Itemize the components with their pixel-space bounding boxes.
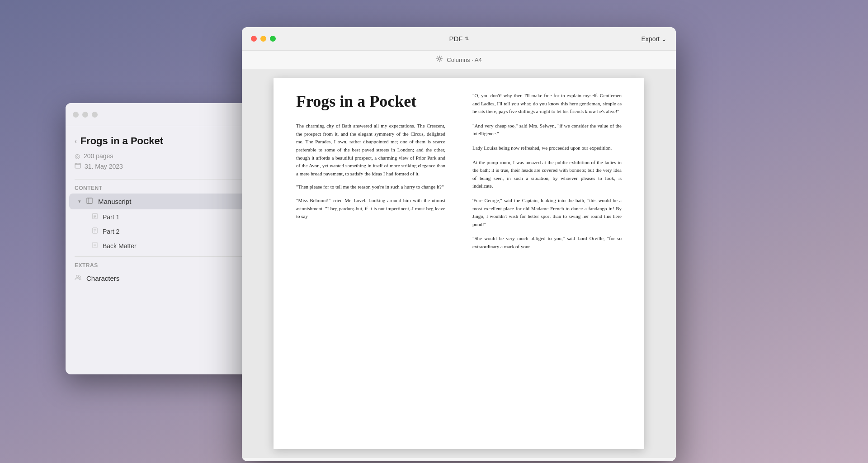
- pdf-right-paragraph-3: Lady Louisa being now refreshed, we proc…: [472, 144, 622, 152]
- pdf-format-arrows[interactable]: ⇅: [465, 36, 469, 42]
- svg-point-21: [439, 58, 441, 60]
- pdf-format-label: PDF: [449, 35, 463, 43]
- pdf-maximize-button[interactable]: [270, 36, 276, 42]
- doc-icon-3: [92, 242, 98, 250]
- book-icon: [85, 197, 94, 206]
- window-maximize-button[interactable]: [92, 112, 98, 118]
- doc-icon-1: [92, 213, 98, 221]
- pdf-close-button[interactable]: [251, 36, 257, 42]
- settings-icon[interactable]: [436, 55, 443, 64]
- manuscript-label: Manuscript: [98, 198, 131, 205]
- pdf-body-left: The charming city of Bath answered all m…: [296, 122, 445, 221]
- pdf-body-right: "O, you don't! why then I'll make free f…: [472, 92, 622, 251]
- pdf-minimize-button[interactable]: [260, 36, 266, 42]
- part1-label: Part 1: [103, 213, 119, 221]
- pdf-content-area: Frogs in a Pocket The charming city of B…: [242, 69, 676, 458]
- window-minimize-button[interactable]: [82, 112, 88, 118]
- back-chevron-icon: ‹: [75, 137, 77, 145]
- pdf-right-paragraph-4: At the pump-room, I was amazed at the pu…: [472, 159, 622, 190]
- export-label: Export: [642, 35, 660, 43]
- pdf-paragraph-2: "Then please for to tell me the reason y…: [296, 183, 445, 191]
- pdf-paragraph-1: The charming city of Bath answered all m…: [296, 122, 445, 178]
- pdf-title: PDF ⇅: [449, 35, 469, 43]
- pdf-right-paragraph-1: "O, you don't! why then I'll make free f…: [472, 92, 622, 116]
- svg-point-19: [76, 275, 79, 278]
- project-date: 31. May 2023: [85, 163, 123, 170]
- svg-rect-2: [75, 163, 80, 168]
- pdf-right-paragraph-5: 'Fore George," said the Captain, looking…: [472, 197, 622, 228]
- pdf-right-paragraph-6: "She would be very much obliged to you,"…: [472, 235, 622, 250]
- characters-icon: [75, 274, 82, 283]
- pdf-toolbar: Columns · A4: [242, 51, 676, 69]
- pdf-page: Frogs in a Pocket The charming city of B…: [274, 78, 644, 449]
- project-title: Frogs in a Pocket: [80, 135, 163, 147]
- pdf-column-right: "O, you don't! why then I'll make free f…: [459, 78, 644, 449]
- pdf-column-left: Frogs in a Pocket The charming city of B…: [274, 78, 459, 449]
- expand-icon: ▾: [78, 198, 81, 204]
- pdf-paragraph-3: "Miss Belmont!" cried Mr. Lovel. Looking…: [296, 197, 445, 221]
- target-icon: ◎: [75, 152, 80, 160]
- calendar-icon: [75, 162, 81, 170]
- pdf-titlebar: PDF ⇅ Export ⌄: [242, 27, 676, 51]
- pdf-window: PDF ⇅ Export ⌄ Columns · A4 Frogs in a P…: [242, 27, 676, 461]
- pdf-book-title: Frogs in a Pocket: [296, 92, 445, 111]
- doc-icon-2: [92, 227, 98, 235]
- pdf-right-paragraph-2: "And very cheap too," said Mrs. Selwyn, …: [472, 122, 622, 138]
- window-close-button[interactable]: [73, 112, 79, 118]
- back-matter-label: Back Matter: [103, 242, 137, 250]
- pages-count: 200 pages: [84, 152, 113, 160]
- characters-label: Characters: [86, 274, 119, 282]
- svg-rect-6: [87, 198, 92, 203]
- part2-label: Part 2: [103, 228, 119, 235]
- svg-point-20: [79, 276, 80, 278]
- window-traffic-lights: [251, 36, 276, 42]
- export-button[interactable]: Export ⌄: [642, 35, 667, 43]
- export-dropdown-icon: ⌄: [661, 35, 667, 43]
- toolbar-settings-label: Columns · A4: [447, 57, 481, 63]
